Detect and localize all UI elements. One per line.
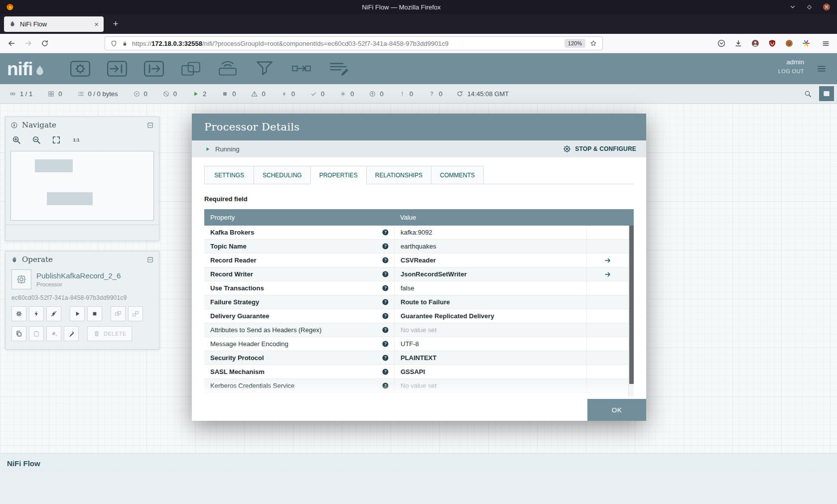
tracking-protection-icon[interactable] bbox=[110, 40, 118, 47]
toolbar-processor-icon[interactable] bbox=[69, 60, 91, 78]
help-icon[interactable]: ? bbox=[382, 229, 389, 236]
zoom-in-button[interactable] bbox=[11, 135, 21, 145]
flow-summary-button[interactable] bbox=[819, 86, 834, 101]
new-tab-button[interactable]: + bbox=[109, 17, 123, 31]
pocket-icon[interactable] bbox=[717, 39, 726, 48]
zoom-fit-button[interactable] bbox=[51, 135, 61, 145]
breadcrumb-root[interactable]: NiFi Flow bbox=[7, 459, 40, 468]
property-value: false bbox=[394, 281, 586, 295]
delete-button[interactable]: DELETE bbox=[87, 326, 132, 341]
toolbar-output-port-icon[interactable] bbox=[143, 60, 165, 78]
profile-icon[interactable] bbox=[785, 39, 794, 48]
tab-relationships[interactable]: RELATIONSHIPS bbox=[366, 166, 431, 184]
back-button[interactable] bbox=[7, 39, 16, 48]
window-minimize-button[interactable] bbox=[789, 3, 797, 11]
collapse-operate-button[interactable] bbox=[146, 256, 154, 263]
property-name-text: Delivery Guarantee bbox=[210, 312, 270, 320]
toolbar-remote-process-group-icon[interactable] bbox=[217, 60, 239, 78]
toolbar-label-icon[interactable] bbox=[327, 60, 349, 78]
help-icon[interactable]: ? bbox=[382, 270, 389, 278]
window-maximize-button[interactable] bbox=[806, 3, 813, 11]
goto-service-icon[interactable] bbox=[604, 256, 612, 264]
browser-tab[interactable]: NiFi Flow × bbox=[4, 16, 104, 32]
copy-button[interactable] bbox=[11, 326, 26, 341]
property-row: Attributes to Send as Headers (Regex)?No… bbox=[204, 323, 634, 337]
property-name: Message Header Encoding? bbox=[204, 337, 394, 351]
help-icon[interactable]: ? bbox=[382, 326, 389, 334]
refresh-group[interactable]: 14:45:08 GMT bbox=[456, 90, 509, 98]
url-bar[interactable]: https://172.18.0.3:32558/nifi/?processGr… bbox=[105, 36, 603, 50]
help-icon[interactable]: ? bbox=[382, 312, 389, 320]
forward-button[interactable] bbox=[24, 39, 33, 48]
tab-scheduling[interactable]: SCHEDULING bbox=[254, 166, 311, 184]
property-name bbox=[204, 393, 394, 397]
svg-text:?: ? bbox=[384, 244, 387, 249]
gear-button[interactable] bbox=[11, 306, 26, 321]
property-value bbox=[394, 393, 586, 397]
help-icon[interactable]: ? bbox=[382, 368, 389, 376]
window-close-button[interactable] bbox=[822, 2, 831, 11]
tab-settings[interactable]: SETTINGS bbox=[204, 166, 254, 184]
table-scrollbar[interactable] bbox=[628, 226, 634, 397]
zoom-out-button[interactable] bbox=[31, 135, 41, 145]
fill-color-button[interactable] bbox=[46, 326, 61, 341]
actual-size-button[interactable]: 1:1 bbox=[71, 135, 81, 145]
svg-text:?: ? bbox=[430, 91, 433, 96]
search-button[interactable] bbox=[804, 90, 812, 98]
reload-button[interactable] bbox=[41, 39, 49, 47]
help-icon[interactable]: ? bbox=[382, 354, 389, 362]
help-icon[interactable]: ? bbox=[382, 243, 389, 250]
paste-button[interactable] bbox=[29, 326, 44, 341]
bolt-button[interactable] bbox=[29, 306, 44, 321]
property-row: Kerberos Credentials Service?No value se… bbox=[204, 379, 634, 393]
processor-details-dialog: Processor Details Running STOP & CONFIGU… bbox=[192, 114, 646, 421]
status-count: 0 bbox=[380, 90, 383, 98]
ungroup-button[interactable] bbox=[128, 306, 143, 321]
stop-and-configure-button[interactable]: STOP & CONFIGURE bbox=[562, 144, 636, 153]
stop-button[interactable] bbox=[87, 306, 102, 321]
status-items: 1 / 100 / 0 bytes0020000000?0 bbox=[9, 90, 442, 98]
lock-icon[interactable] bbox=[122, 40, 128, 47]
bolt-slash-button[interactable] bbox=[46, 306, 61, 321]
tab-properties[interactable]: PROPERTIES bbox=[310, 166, 367, 184]
status-count: 0 bbox=[262, 90, 265, 98]
zoom-level-badge[interactable]: 120% bbox=[564, 39, 585, 48]
goto-cell bbox=[586, 393, 629, 397]
help-icon[interactable]: ? bbox=[382, 298, 389, 306]
ok-button[interactable]: OK bbox=[587, 399, 646, 421]
toolbar-input-port-icon[interactable] bbox=[106, 60, 128, 78]
property-value: UTF-8 bbox=[394, 337, 586, 351]
stale-icon bbox=[369, 90, 376, 98]
global-menu-button[interactable] bbox=[815, 63, 828, 74]
group-button[interactable] bbox=[111, 306, 126, 321]
goto-service-icon[interactable] bbox=[604, 270, 612, 278]
brush-button[interactable] bbox=[64, 326, 79, 341]
extension-pinwheel-icon[interactable] bbox=[802, 39, 811, 48]
menu-button[interactable] bbox=[822, 39, 830, 48]
help-icon[interactable]: ? bbox=[382, 284, 389, 292]
property-name: Kerberos Credentials Service? bbox=[204, 379, 394, 392]
help-icon[interactable]: ? bbox=[382, 382, 389, 389]
downloads-icon[interactable] bbox=[734, 39, 743, 48]
account-icon[interactable] bbox=[751, 39, 760, 48]
minimap[interactable] bbox=[10, 151, 154, 221]
scrollbar-thumb[interactable] bbox=[629, 226, 634, 384]
help-icon[interactable]: ? bbox=[382, 340, 389, 348]
start-button[interactable] bbox=[70, 306, 85, 321]
toolbar-process-group-icon[interactable] bbox=[180, 60, 202, 78]
dialog-tabs: SETTINGSSCHEDULINGPROPERTIESRELATIONSHIP… bbox=[204, 166, 634, 184]
sync-failure-icon: ? bbox=[428, 90, 435, 98]
refresh-icon[interactable] bbox=[456, 90, 463, 97]
toolbar-funnel-icon[interactable] bbox=[254, 60, 276, 78]
property-name-text: Security Protocol bbox=[210, 354, 264, 362]
tab-close-button[interactable]: × bbox=[94, 20, 99, 28]
tab-comments[interactable]: COMMENTS bbox=[431, 166, 484, 184]
logout-link[interactable]: LOG OUT bbox=[778, 68, 804, 74]
help-icon[interactable]: ? bbox=[382, 256, 389, 264]
locally-modified-stale-icon bbox=[399, 90, 406, 98]
toolbar-template-icon[interactable] bbox=[290, 60, 312, 78]
toolbar-extensions bbox=[717, 39, 814, 48]
ublock-icon[interactable] bbox=[768, 39, 777, 48]
collapse-navigate-button[interactable] bbox=[146, 122, 154, 129]
bookmark-star-icon[interactable] bbox=[589, 39, 597, 47]
